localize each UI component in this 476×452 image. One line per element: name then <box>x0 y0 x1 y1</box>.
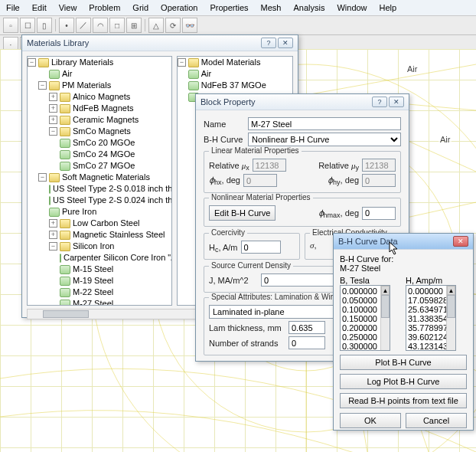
tool-save-icon[interactable]: ▯ <box>37 18 52 33</box>
tree-collapse-icon[interactable]: − <box>49 242 57 251</box>
menu-window[interactable]: Window <box>334 2 370 14</box>
tool-new-icon[interactable]: ▫ <box>3 18 18 33</box>
tool-analyze-icon[interactable]: ⟳ <box>165 18 181 33</box>
menu-help[interactable]: Help <box>377 2 400 14</box>
tree-item[interactable]: US Steel Type 2-S 0.024 inch thickness <box>53 195 172 206</box>
tree-expand-icon[interactable]: + <box>49 219 57 228</box>
menu-view[interactable]: View <box>56 2 80 14</box>
tree-item[interactable]: M-22 Steel <box>73 287 113 298</box>
tree-item[interactable]: PM Materials <box>62 80 111 91</box>
tree-expand-icon[interactable]: + <box>49 116 57 124</box>
tree-item[interactable]: M-27 Steel <box>73 298 113 306</box>
scrollbar[interactable]: ▲ <box>380 286 390 350</box>
tree-item[interactable]: US Steel Type 2-S 0.018 inch thickness <box>53 183 172 195</box>
menu-file[interactable]: File <box>3 2 23 14</box>
bh-curve-select[interactable]: Nonlinear B-H Curve <box>248 133 401 146</box>
log-plot-bh-button[interactable]: Log Plot B-H Curve <box>340 374 467 389</box>
tool-segment-icon[interactable]: ／ <box>76 18 91 33</box>
tree-item[interactable]: Ceramic Magnets <box>73 114 139 126</box>
help-icon[interactable]: ? <box>261 38 276 48</box>
hc-input[interactable] <box>241 241 281 254</box>
tree-collapse-icon[interactable]: − <box>49 127 57 136</box>
material-icon <box>60 265 70 274</box>
tree-item[interactable]: SmCo 20 MGOe <box>73 137 135 149</box>
tree-item[interactable]: M-19 Steel <box>73 275 113 287</box>
tree-expand-icon[interactable]: + <box>49 104 57 113</box>
material-icon <box>60 150 70 159</box>
close-icon[interactable]: ✕ <box>453 236 468 247</box>
tool-open-icon[interactable]: ☐ <box>20 18 35 33</box>
library-materials-tree[interactable]: −Library Materials Air −PM Materials +Al… <box>27 56 172 306</box>
tree-root-label: Library Materials <box>51 57 113 68</box>
tree-root-label: Model Materials <box>201 57 261 68</box>
edit-bh-curve-button[interactable]: Edit B-H Curve <box>209 205 275 221</box>
tree-collapse-icon[interactable]: − <box>38 173 47 182</box>
tree-item[interactable]: Air <box>201 68 211 80</box>
materials-library-title: Materials Library <box>27 38 259 47</box>
block-label-air: Air <box>439 135 452 144</box>
scroll-up-icon[interactable]: ▲ <box>447 286 455 295</box>
tool-arc-icon[interactable]: ◠ <box>93 18 108 33</box>
read-bh-file-button[interactable]: Read B-H points from text file <box>340 393 467 408</box>
plot-bh-button[interactable]: Plot B-H Curve <box>340 355 467 370</box>
tool-block-icon[interactable]: □ <box>109 18 125 33</box>
tree-item[interactable]: Soft Magnetic Materials <box>62 172 150 183</box>
menu-mesh[interactable]: Mesh <box>258 2 285 14</box>
close-icon[interactable]: ✕ <box>389 97 404 107</box>
folder-icon <box>60 104 70 113</box>
material-icon <box>49 196 51 205</box>
tree-collapse-icon[interactable]: − <box>38 81 47 90</box>
tree-item[interactable]: Pure Iron <box>62 206 96 218</box>
material-icon <box>49 70 60 79</box>
toolbar-1: ▫ ☐ ▯ • ／ ◠ □ ⊞ △ ⟳ 👓 <box>0 16 476 35</box>
tree-collapse-icon[interactable]: − <box>28 58 36 67</box>
menu-grid[interactable]: Grid <box>129 2 152 14</box>
tree-item[interactable]: SmCo 24 MGOe <box>73 149 135 160</box>
close-icon[interactable]: ✕ <box>278 38 293 48</box>
tree-item[interactable]: Low Carbon Steel <box>73 218 139 229</box>
tree-item[interactable]: SmCo Magnets <box>73 126 131 137</box>
tool-mesh-icon[interactable]: △ <box>148 18 164 33</box>
name-input[interactable] <box>248 117 401 130</box>
tree-item[interactable]: Silicon Iron <box>73 241 114 252</box>
menu-edit[interactable]: Edit <box>29 2 50 14</box>
tree-item[interactable]: Alnico Magnets <box>73 91 130 103</box>
b-values-listbox[interactable]: 0.000000 0.050000 0.100000 0.150000 0.20… <box>340 285 390 351</box>
block-property-title: Block Property <box>201 97 370 106</box>
ok-button[interactable]: OK <box>340 413 401 428</box>
tree-expand-icon[interactable]: + <box>49 93 57 101</box>
tree-expand-icon[interactable]: + <box>49 231 57 239</box>
folder-icon <box>60 219 70 228</box>
menu-properties[interactable]: Properties <box>207 2 251 14</box>
tree-item[interactable]: NdFeB Magnets <box>73 103 133 114</box>
tool-glasses-icon[interactable]: 👓 <box>182 18 197 33</box>
folder-icon <box>49 173 60 182</box>
phihy-input <box>362 174 396 187</box>
scrollbar[interactable]: ▲ <box>446 286 455 350</box>
tree-item[interactable]: Air <box>62 68 72 80</box>
help-icon[interactable]: ? <box>372 97 387 107</box>
cancel-button[interactable]: Cancel <box>406 413 467 428</box>
name-label: Name <box>204 120 245 129</box>
tree-collapse-icon[interactable]: − <box>178 58 186 67</box>
phihmax-input[interactable] <box>362 207 396 220</box>
phihmax-label: ϕhmax, deg <box>318 208 359 218</box>
tool-group-icon[interactable]: ⊞ <box>126 18 142 33</box>
menu-operation[interactable]: Operation <box>158 2 201 14</box>
h-values-listbox[interactable]: 0.000000 17.059828 25.634971 31.338354 3… <box>406 285 456 351</box>
folder-icon <box>60 127 70 136</box>
tree-item[interactable]: Carpenter Silicon Core Iron "A", 1066C <box>64 252 172 264</box>
linear-group-label: Linear Material Properties <box>209 146 302 155</box>
nstrands-label: Number of strands <box>209 339 285 348</box>
tree-item[interactable]: SmCo 27 MGOe <box>73 160 135 172</box>
tree-item[interactable]: NdFeB 37 MGOe <box>201 80 266 91</box>
nstrands-input[interactable] <box>289 336 325 349</box>
folder-icon <box>60 231 70 240</box>
menu-analysis[interactable]: Analysis <box>290 2 328 14</box>
menu-problem[interactable]: Problem <box>86 2 123 14</box>
scroll-up-icon[interactable]: ▲ <box>381 286 390 295</box>
tool-node-icon[interactable]: • <box>59 18 74 33</box>
lamthk-input[interactable] <box>289 321 325 334</box>
tree-item[interactable]: M-15 Steel <box>73 264 113 275</box>
tree-item[interactable]: Magnetic Stainless Steel <box>73 229 165 241</box>
